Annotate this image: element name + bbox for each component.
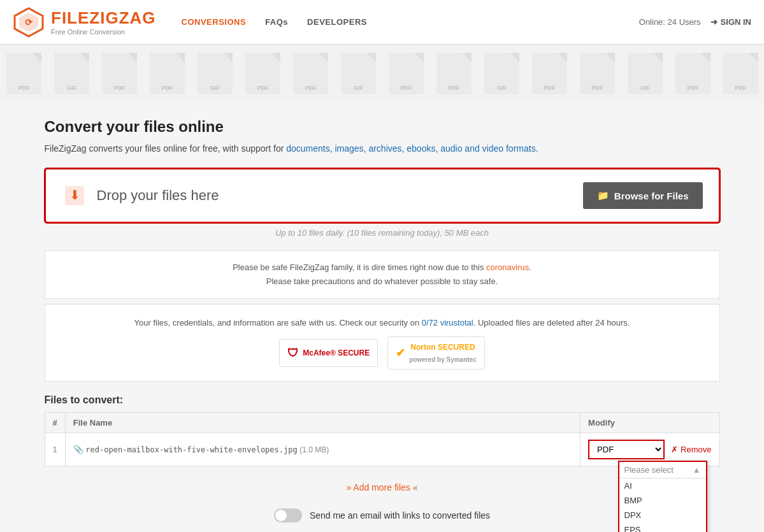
email-toggle-label: Send me an email with links to converted… xyxy=(310,510,490,521)
bg-file-icon: GIF xyxy=(54,53,89,94)
format-dropdown-header: Please select ▲ xyxy=(619,462,706,478)
format-dropdown-header-text: Please select xyxy=(624,465,674,475)
logo-text-area: FILEZIGZAG Free Online Conversion xyxy=(51,8,156,36)
bg-file-icon: PDF xyxy=(102,53,137,94)
bg-file-icon: PDF xyxy=(675,53,710,94)
logo-sub: Free Online Conversion xyxy=(51,28,156,36)
coronavirus-link[interactable]: coronavirus xyxy=(486,262,529,272)
bg-file-icon: GIF xyxy=(341,53,376,94)
desc-text1: FileZigZag converts your files online fo… xyxy=(45,143,284,154)
desc-formats: documents, images, archives, ebooks, aud… xyxy=(286,143,538,154)
logo-area: ⟳ FILEZIGZAG Free Online Conversion xyxy=(13,6,156,38)
page-title: Convert your files online xyxy=(45,118,720,136)
norton-badge: ✔ Norton SECURED powered by Symantec xyxy=(387,336,485,369)
file-number: 1 xyxy=(45,433,65,466)
bg-file-icon: PDF xyxy=(6,53,41,94)
notice-text2: Please take precautions and do whatever … xyxy=(266,277,498,286)
file-limit-text: Up to 10 files daily. (10 files remainin… xyxy=(45,228,720,238)
bg-file-icon: PDF xyxy=(245,53,280,94)
bg-file-icon: GIF xyxy=(198,53,233,94)
nav-conversions[interactable]: CONVERSIONS xyxy=(182,17,247,27)
notice-banner: Please be safe FileZigZag family, it is … xyxy=(45,250,720,299)
table-header-row: # File Name Modify xyxy=(45,412,719,433)
remove-label: Remove xyxy=(681,445,711,454)
nav-developers[interactable]: DEVELOPERS xyxy=(307,17,367,27)
drop-zone-text: Drop your files here xyxy=(97,187,219,204)
logo-part2: ZIGZAG xyxy=(89,8,155,27)
files-section-title: Files to convert: xyxy=(45,394,720,406)
bg-file-icon: PDF xyxy=(293,53,328,94)
folder-icon: 📁 xyxy=(597,190,609,201)
bg-file-icon: PDF xyxy=(436,53,472,94)
remove-x-icon: ✗ xyxy=(671,445,678,454)
bg-file-icon: GIF xyxy=(628,53,663,94)
logo-text: FILEZIGZAG xyxy=(51,8,156,28)
format-option-dpx[interactable]: DPX xyxy=(619,508,706,522)
virustotal-link[interactable]: 0/72 virustotal xyxy=(422,318,473,327)
sign-in-arrow: ➜ xyxy=(710,17,717,27)
file-name: red-open-mailbox-with-five-white-envelop… xyxy=(85,445,297,454)
format-select[interactable]: Please select AI BMP DPX EPS GIF ICO JPE… xyxy=(588,440,665,459)
main-content: Convert your files online FileZigZag con… xyxy=(32,102,733,532)
nav-faqs[interactable]: FAQs xyxy=(265,17,288,27)
sign-in-label: SIGN IN xyxy=(721,17,751,27)
security-banner: Your files, credentials, and information… xyxy=(45,304,720,381)
format-dropdown-list[interactable]: AIBMPDPXEPSGIFICOJPEGPAMPBMPCXPDFPGMPNGP… xyxy=(619,478,706,532)
mcafee-label: McAfee® SECURE xyxy=(303,347,370,359)
format-dropdown-overlay: Please select ▲ AIBMPDPXEPSGIFICOJPEGPAM… xyxy=(618,461,707,532)
files-table: # File Name Modify 1 📎 red-open-mailbox-… xyxy=(45,412,720,466)
drop-icon: ⬇ xyxy=(62,183,87,208)
bg-file-icon: PDF xyxy=(150,53,185,94)
norton-icon: ✔ xyxy=(396,343,405,363)
security-logos: 🛡 McAfee® SECURE ✔ Norton SECURED powere… xyxy=(58,336,707,369)
col-num: # xyxy=(45,412,65,433)
file-info: 📎 red-open-mailbox-with-five-white-envel… xyxy=(65,433,580,466)
norton-sub: powered by Symantec xyxy=(409,354,477,365)
format-option-bmp[interactable]: BMP xyxy=(619,493,706,508)
notice-text1: Please be safe FileZigZag family, it is … xyxy=(233,262,486,272)
security-text1: Your files, credentials, and information… xyxy=(134,318,422,327)
logo-part1: FILE xyxy=(51,8,89,27)
bg-file-icon: GIF xyxy=(484,53,519,94)
browse-button[interactable]: 📁 Browse for Files xyxy=(583,182,703,209)
sign-in-button[interactable]: ➜ SIGN IN xyxy=(710,17,751,27)
mcafee-badge: 🛡 McAfee® SECURE xyxy=(279,339,378,368)
bg-file-icon: PDF xyxy=(723,53,758,94)
remove-button[interactable]: ✗ Remove xyxy=(671,445,711,454)
file-size: (1.0 MB) xyxy=(299,445,329,454)
dropdown-scroll-indicator: ▲ xyxy=(693,465,701,475)
browse-label: Browse for Files xyxy=(614,191,689,201)
attachment-icon: 📎 xyxy=(73,445,83,454)
svg-text:⬇: ⬇ xyxy=(69,188,80,202)
format-option-eps[interactable]: EPS xyxy=(619,522,706,532)
logo-icon: ⟳ xyxy=(13,6,45,38)
mcafee-icon: 🛡 xyxy=(287,343,299,363)
format-option-ai[interactable]: AI xyxy=(619,478,706,493)
norton-label: Norton SECURED xyxy=(409,341,477,354)
drop-zone-left: ⬇ Drop your files here xyxy=(62,183,219,208)
page-description: FileZigZag converts your files online fo… xyxy=(45,142,720,155)
svg-text:⟳: ⟳ xyxy=(25,17,33,27)
main-nav: CONVERSIONS FAQs DEVELOPERS xyxy=(182,17,367,27)
bg-file-icon: PDF xyxy=(532,53,567,94)
files-section: Files to convert: # File Name Modify 1 📎… xyxy=(45,394,720,466)
bg-file-icon: PDF xyxy=(580,53,615,94)
online-users: Online: 24 Users xyxy=(639,17,701,27)
col-filename: File Name xyxy=(65,412,580,433)
bg-file-icon: PDF xyxy=(389,53,424,94)
header-right: Online: 24 Users ➜ SIGN IN xyxy=(639,17,751,27)
email-toggle[interactable] xyxy=(274,508,302,522)
drop-zone[interactable]: ⬇ Drop your files here 📁 Browse for File… xyxy=(46,169,719,222)
security-text2: . Uploaded files are deleted after 24 ho… xyxy=(473,318,630,327)
drop-zone-wrapper[interactable]: ⬇ Drop your files here 📁 Browse for File… xyxy=(45,168,720,223)
col-modify: Modify xyxy=(580,412,719,433)
header: ⟳ FILEZIGZAG Free Online Conversion CONV… xyxy=(0,0,764,45)
bg-icons-strip: PDF GIF PDF PDF GIF PDF PDF GIF PDF PDF … xyxy=(0,45,764,102)
